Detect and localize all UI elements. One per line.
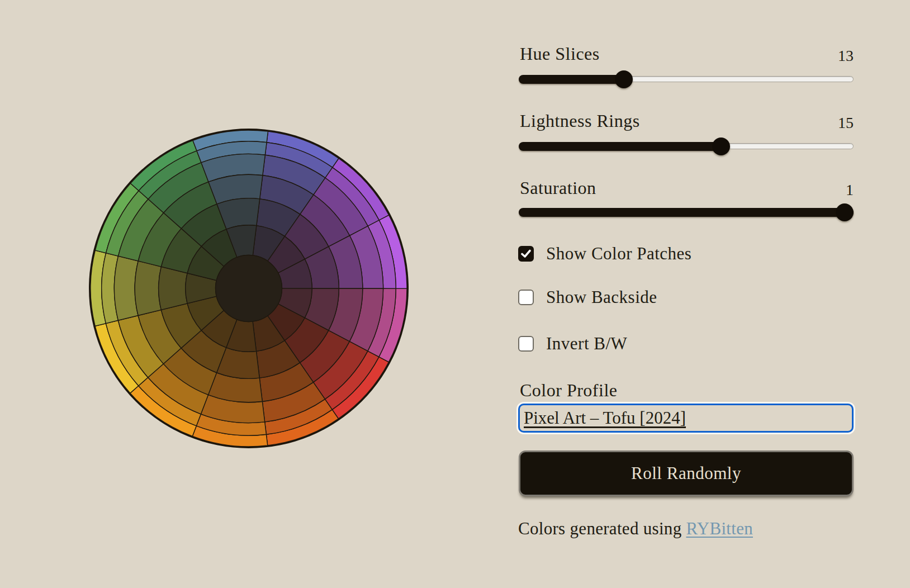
lightness-rings-label: Lightness Rings <box>520 111 640 131</box>
saturation-value: 1 <box>846 181 854 199</box>
hue-slices-label: Hue Slices <box>520 44 600 64</box>
checkbox-label: Show Color Patches <box>546 244 691 264</box>
rybitten-link[interactable]: RYBitten <box>686 519 753 538</box>
show-backside-row: Show Backside <box>518 290 657 305</box>
slider-thumb[interactable] <box>615 70 633 88</box>
color-profile-selected-value: Pixel Art – Tofu [2024] <box>520 408 686 428</box>
checkbox-label: Show Backside <box>546 287 657 307</box>
slider-thumb[interactable] <box>836 203 854 221</box>
lightness-rings-value: 15 <box>838 114 854 132</box>
footer-text: Colors generated using <box>518 519 686 538</box>
hue-slices-slider[interactable] <box>519 70 854 88</box>
slider-fill <box>519 142 721 151</box>
saturation-slider[interactable] <box>519 203 854 221</box>
show-color-patches-checkbox[interactable] <box>518 246 534 262</box>
saturation-label: Saturation <box>520 178 596 198</box>
show-color-patches-row: Show Color Patches <box>518 246 691 262</box>
color-profile-select[interactable]: Pixel Art – Tofu [2024] <box>518 404 854 433</box>
slider-fill <box>519 75 624 84</box>
invert-bw-checkbox[interactable] <box>518 336 534 352</box>
roll-randomly-button[interactable]: Roll Randomly <box>519 451 854 496</box>
lightness-rings-slider[interactable] <box>519 137 854 155</box>
controls-panel: Hue Slices 13 Lightness Rings 15 Saturat… <box>519 0 854 588</box>
slider-fill <box>519 208 854 217</box>
checkmark-icon <box>521 249 531 259</box>
footer: Colors generated using RYBitten <box>518 519 753 539</box>
color-profile-label: Color Profile <box>520 380 617 401</box>
slider-thumb[interactable] <box>712 137 730 155</box>
invert-bw-row: Invert B/W <box>518 336 627 352</box>
checkbox-label: Invert B/W <box>546 334 627 354</box>
show-backside-checkbox[interactable] <box>518 290 534 305</box>
hue-slices-value: 13 <box>838 47 854 65</box>
color-wheel[interactable] <box>87 126 411 451</box>
